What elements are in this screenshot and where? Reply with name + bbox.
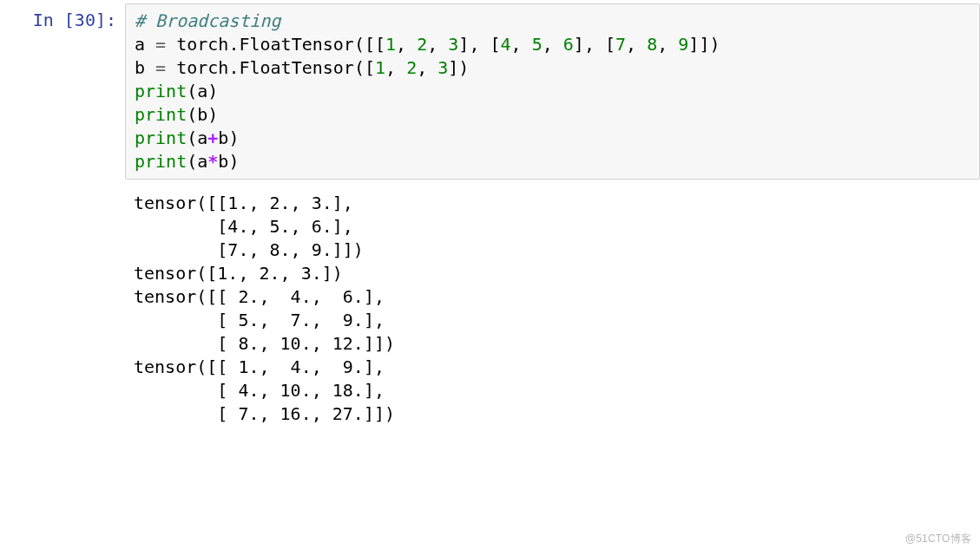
code-comma: ,: [657, 34, 678, 55]
code-lparen: (: [187, 127, 197, 148]
code-arg-b: b: [197, 104, 207, 125]
code-op-plus: +: [207, 127, 218, 148]
code-bracket: ], [: [574, 34, 615, 55]
code-arg-a: a: [197, 81, 207, 101]
code-rbracket: ]]: [688, 34, 709, 55]
code-call-torch-floattensor: torch.FloatTensor: [176, 34, 354, 55]
code-arg-a: a: [197, 127, 207, 148]
code-lparen: (: [187, 104, 197, 125]
code-rbracket: ]: [448, 57, 458, 78]
code-input-area[interactable]: # Broadcasting a = torch.FloatTensor([[1…: [125, 3, 980, 180]
code-bracket: ], [: [458, 34, 500, 55]
output-prompt-spacer: [0, 185, 125, 195]
code-rparen: ): [228, 127, 239, 148]
code-output-area: tensor([[1., 2., 3.], [4., 5., 6.], [7.,…: [125, 185, 980, 429]
code-comma: ,: [543, 34, 563, 55]
code-arg-b: b: [218, 127, 228, 148]
code-comma: ,: [626, 34, 647, 55]
code-rparen: ): [458, 57, 469, 78]
prompt-label: In [30]:: [33, 10, 116, 30]
code-print: print: [135, 127, 187, 148]
code-num: 7: [615, 34, 626, 55]
code-rparen: ): [228, 151, 239, 172]
code-comment: # Broadcasting: [135, 10, 281, 31]
code-lparen: (: [187, 81, 197, 101]
notebook-output-cell: tensor([[1., 2., 3.], [4., 5., 6.], [7.,…: [0, 181, 980, 431]
code-call-torch-floattensor: torch.FloatTensor: [176, 57, 354, 78]
code-var-a: a: [135, 34, 145, 55]
code-lbracket: [[: [365, 34, 385, 55]
code-num: 2: [406, 57, 417, 78]
code-comma: ,: [385, 57, 406, 78]
code-num: 3: [448, 34, 458, 55]
code-comma: ,: [417, 57, 437, 78]
code-num: 5: [532, 34, 543, 55]
code-lparen: (: [354, 34, 365, 55]
code-num: 8: [647, 34, 657, 55]
code-rparen: ): [207, 81, 218, 101]
code-rparen: ): [709, 34, 720, 55]
code-op-star: *: [207, 151, 218, 172]
code-lparen: (: [354, 57, 365, 78]
code-arg-a: a: [197, 151, 207, 172]
code-comma: ,: [396, 34, 417, 55]
code-comma: ,: [427, 34, 448, 55]
code-print: print: [135, 151, 187, 172]
code-assign: =: [155, 34, 166, 55]
code-num: 3: [437, 57, 448, 78]
code-num: 6: [563, 34, 574, 55]
code-lparen: (: [187, 151, 197, 172]
code-assign: =: [155, 57, 166, 78]
code-print: print: [135, 81, 187, 101]
code-lbracket: [: [365, 57, 375, 78]
code-num: 2: [417, 34, 427, 55]
code-num: 1: [385, 34, 396, 55]
code-num: 4: [501, 34, 511, 55]
code-arg-b: b: [218, 151, 228, 172]
code-print: print: [135, 104, 187, 125]
code-var-b: b: [135, 57, 145, 78]
input-prompt: In [30]:: [0, 3, 125, 37]
code-num: 9: [678, 34, 688, 55]
notebook-input-cell: In [30]: # Broadcasting a = torch.FloatT…: [0, 0, 980, 181]
code-rparen: ): [207, 104, 218, 125]
code-num: 1: [375, 57, 385, 78]
code-comma: ,: [511, 34, 532, 55]
